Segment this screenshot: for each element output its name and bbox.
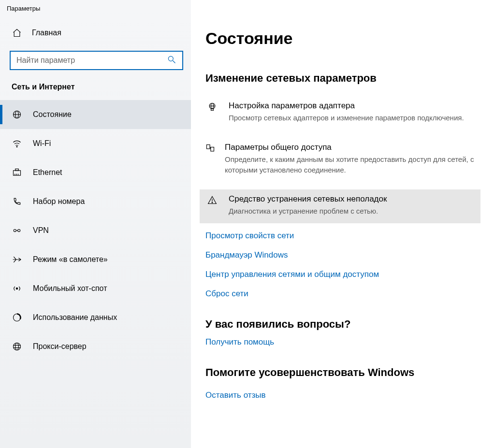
proxy-icon xyxy=(12,341,22,352)
network-link[interactable]: Центр управления сетями и общим доступом xyxy=(205,270,480,279)
airplane-icon xyxy=(12,254,22,265)
setting-desc: Диагностика и устранение проблем с сетью… xyxy=(229,206,387,217)
home-label: Главная xyxy=(32,29,61,37)
page-title: Состояние xyxy=(205,29,480,48)
setting-troubleshoot[interactable]: Средство устранения сетевых неполадокДиа… xyxy=(200,189,480,223)
improve-title: Помогите усовершенствовать Windows xyxy=(205,366,480,379)
sidebar-item-label: Использование данных xyxy=(33,313,117,322)
sidebar-item-label: Мобильный хот-спот xyxy=(33,284,107,293)
sidebar-item-proxy[interactable]: Прокси-сервер xyxy=(0,332,191,361)
get-help-link[interactable]: Получить помощь xyxy=(205,337,480,347)
sidebar-item-label: Прокси-сервер xyxy=(33,342,87,351)
sidebar-item-label: VPN xyxy=(33,226,49,235)
network-link[interactable]: Просмотр свойств сети xyxy=(205,231,480,241)
questions-section: У вас появились вопросы? Получить помощь xyxy=(205,318,480,347)
sidebar: Параметры Главная Сеть и Интернет Состоя… xyxy=(0,0,191,448)
svg-rect-6 xyxy=(14,171,21,175)
setting-title: Средство устранения сетевых неполадок xyxy=(229,194,387,204)
nav-list: СостояниеWi-FiEthernetНабор номераVPNРеж… xyxy=(0,100,191,361)
globe-icon xyxy=(12,109,22,120)
setting-title: Параметры общего доступа xyxy=(225,143,475,152)
svg-point-16 xyxy=(14,343,21,350)
sidebar-item-dialup[interactable]: Набор номера xyxy=(0,187,191,216)
svg-point-12 xyxy=(18,230,20,232)
svg-line-1 xyxy=(173,61,175,63)
hotspot-icon xyxy=(12,283,22,294)
sharing-icon xyxy=(205,143,215,153)
sidebar-item-wifi[interactable]: Wi-Fi xyxy=(0,129,191,158)
home-button[interactable]: Главная xyxy=(0,22,191,44)
troubleshoot-icon xyxy=(205,194,219,205)
svg-point-28 xyxy=(212,202,213,203)
ethernet-icon xyxy=(12,167,22,178)
svg-rect-10 xyxy=(15,169,19,171)
dialup-icon xyxy=(12,196,22,207)
section-title: Изменение сетевых параметров xyxy=(205,72,480,85)
search-wrap xyxy=(10,51,183,70)
setting-adapter[interactable]: Настройка параметров адаптераПросмотр се… xyxy=(200,96,480,130)
sidebar-item-hotspot[interactable]: Мобильный хот-спот xyxy=(0,274,191,303)
sidebar-item-airplane[interactable]: Режим «в самолете» xyxy=(0,245,191,274)
sidebar-item-vpn[interactable]: VPN xyxy=(0,216,191,245)
questions-title: У вас появились вопросы? xyxy=(205,318,480,331)
svg-rect-25 xyxy=(211,147,214,151)
sidebar-item-datausage[interactable]: Использование данных xyxy=(0,303,191,332)
window-title: Параметры xyxy=(0,3,191,22)
sidebar-item-label: Состояние xyxy=(33,110,72,119)
sidebar-item-label: Режим «в самолете» xyxy=(33,255,108,264)
wifi-icon xyxy=(12,138,22,149)
settings-list: Настройка параметров адаптераПросмотр се… xyxy=(205,96,480,223)
network-link[interactable]: Брандмауэр Windows xyxy=(205,250,480,260)
main-panel: Состояние Изменение сетевых параметров Н… xyxy=(191,0,495,448)
svg-rect-23 xyxy=(211,109,214,110)
svg-point-14 xyxy=(16,288,17,289)
home-icon xyxy=(12,28,22,38)
sidebar-item-globe[interactable]: Состояние xyxy=(0,100,191,129)
sidebar-item-label: Ethernet xyxy=(33,168,62,177)
feedback-link[interactable]: Оставить отзыв xyxy=(205,390,480,400)
sidebar-item-ethernet[interactable]: Ethernet xyxy=(0,158,191,187)
vpn-icon xyxy=(12,225,22,236)
svg-point-5 xyxy=(16,146,17,147)
svg-point-0 xyxy=(168,56,173,61)
setting-sharing[interactable]: Параметры общего доступаОпределите, к ка… xyxy=(200,138,480,182)
svg-point-17 xyxy=(15,343,19,350)
setting-desc: Просмотр сетевых адаптеров и изменение п… xyxy=(229,113,464,123)
sidebar-item-label: Wi-Fi xyxy=(33,139,51,148)
setting-title: Настройка параметров адаптера xyxy=(229,101,464,111)
adapter-icon xyxy=(205,101,219,112)
search-icon xyxy=(167,55,176,66)
svg-point-11 xyxy=(14,230,16,232)
sidebar-item-label: Набор номера xyxy=(33,197,85,206)
category-title: Сеть и Интернет xyxy=(0,83,191,100)
svg-rect-24 xyxy=(207,145,210,148)
links-list: Просмотр свойств сетиБрандмауэр WindowsЦ… xyxy=(205,231,480,299)
search-input[interactable] xyxy=(16,56,167,65)
improve-section: Помогите усовершенствовать Windows Остав… xyxy=(205,366,480,400)
search-box[interactable] xyxy=(10,51,183,70)
network-link[interactable]: Сброс сети xyxy=(205,289,480,299)
setting-desc: Определите, к каким данным вы хотите пре… xyxy=(225,154,475,175)
datausage-icon xyxy=(12,312,22,323)
